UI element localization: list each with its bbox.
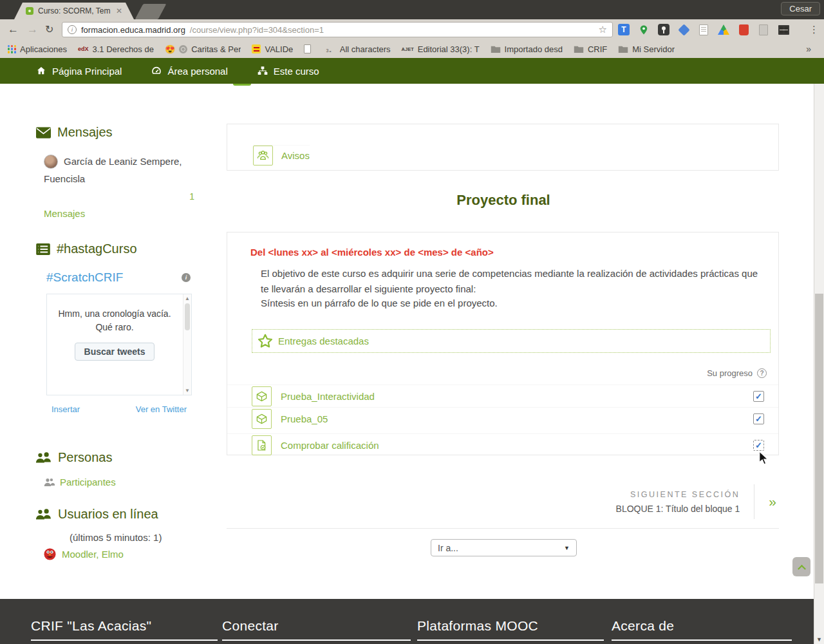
window-profile-name: Cesar	[781, 2, 820, 15]
site-footer: CRIF "Las Acacias" Conectar Plataformas …	[0, 599, 824, 644]
notes-extension-icon[interactable]	[758, 24, 769, 35]
online-user-row[interactable]: Moodler, Elmo	[44, 548, 200, 560]
ajet-favicon-icon: AJET	[402, 46, 414, 52]
bookmark-derechos[interactable]: edX 3.1 Derechos de	[78, 44, 154, 54]
footer-col-acerca: Acerca de	[612, 618, 792, 641]
folder-icon	[618, 45, 628, 53]
label-entregas-destacadas: Entregas destacadas	[252, 329, 771, 353]
unread-count-badge: 1	[36, 191, 200, 202]
completion-checkbox-checked[interactable]: ✓	[753, 391, 764, 402]
blue-diamond-extension-icon[interactable]	[678, 24, 689, 35]
browser-tab[interactable]: Curso: SCORM, Tem ✕	[14, 3, 134, 19]
participants-link[interactable]: Participantes	[60, 477, 116, 488]
scorm-icon-box	[252, 409, 272, 429]
select-caret-icon: ▼	[564, 545, 570, 551]
bookmark-editorial[interactable]: AJET Editorial 33(3): T	[402, 44, 480, 54]
twitter-hashtag-link[interactable]: #ScratchCRIF	[46, 270, 123, 285]
embed-link[interactable]: Insertar	[52, 404, 80, 414]
avisos-group-icon	[256, 150, 270, 161]
page-favicon-icon	[304, 44, 311, 53]
user-avatar	[44, 548, 56, 560]
activity-link[interactable]: Prueba_Interactividad	[281, 391, 375, 402]
summary-paragraph-2: Síntesis en un párrafo de lo que se pide…	[261, 298, 760, 308]
course-main: Laboratorio Avisos Proyecto final Del <l…	[227, 84, 780, 599]
activity-avisos[interactable]: Avisos	[253, 145, 310, 166]
url-path: /course/view.php?id=304&section=1	[190, 25, 324, 35]
contact-avatar	[44, 155, 58, 169]
bookmark-folder-crif[interactable]: CRIF	[574, 44, 607, 54]
bookmarks-overflow-icon[interactable]: »	[806, 44, 816, 54]
info-icon[interactable]: i	[182, 273, 191, 282]
online-users-subtitle: (últimos 5 minutos: 1)	[36, 532, 200, 543]
next-section-nav[interactable]: SIGUIENTE SECCIÓN BLOQUE 1: Título del b…	[616, 484, 776, 519]
view-on-twitter-link[interactable]: Ver en Twitter	[136, 404, 187, 414]
messages-link[interactable]: Mensajes	[44, 208, 85, 219]
home-icon	[36, 66, 46, 76]
progress-header: Su progreso ?	[707, 368, 767, 378]
activity-link[interactable]: Prueba_05	[281, 413, 328, 424]
page-info-icon[interactable]: i	[68, 25, 77, 34]
forward-button[interactable]: →	[27, 23, 38, 37]
search-tweets-button[interactable]: Buscar tweets	[75, 343, 155, 361]
browser-menu-icon[interactable]: ⋮	[809, 24, 819, 35]
new-tab-button[interactable]	[135, 4, 167, 19]
pocket-extension-icon[interactable]	[738, 24, 749, 35]
browser-toolbar: ← → ↻ i formacion.educa.madrid.org/cours…	[0, 19, 824, 40]
dashboard-icon	[151, 66, 162, 76]
messages-block-heading: Mensajes	[36, 125, 200, 140]
twitter-timeline-widget: Hmm, una cronología vacía. Qué raro. Bus…	[46, 294, 192, 395]
back-button[interactable]: ←	[8, 23, 19, 37]
address-bar[interactable]: i formacion.educa.madrid.org/course/view…	[62, 22, 613, 37]
message-contact[interactable]: García de Leaniz Sempere, Fuencisla	[44, 153, 200, 187]
film-grid-extension-icon[interactable]	[778, 24, 789, 35]
map-pin-extension-icon[interactable]	[638, 24, 650, 35]
bookmark-star-icon[interactable]: ☆	[599, 24, 607, 35]
nav-area-personal[interactable]: Área personal	[151, 66, 227, 77]
envelope-icon	[36, 127, 51, 138]
bookmark-folder-importado[interactable]: Importado desd	[491, 44, 563, 54]
completion-checkbox-checked[interactable]: ✓	[753, 413, 764, 424]
bookmark-apps[interactable]: Aplicaciones	[8, 44, 67, 54]
avisos-link[interactable]: Avisos	[281, 150, 310, 161]
page-scrollbar[interactable]: ▲ ▼	[814, 58, 824, 644]
tab-title: Curso: SCORM, Tem	[38, 6, 111, 15]
subscript-glyph-icon: ₃。	[326, 44, 335, 54]
activity-link[interactable]: Comprobar calificación	[281, 440, 379, 451]
grey-emoji-icon	[179, 45, 187, 53]
participants-row[interactable]: Participantes	[44, 477, 200, 488]
folder-icon	[574, 45, 584, 53]
online-user-link[interactable]: Moodler, Elmo	[62, 549, 124, 560]
page-extension-icon[interactable]	[698, 24, 709, 35]
scrollbar-down-icon[interactable]: ▼	[814, 636, 824, 643]
scrollbar-thumb[interactable]	[815, 294, 823, 583]
heart-eyes-emoji-icon: 😍	[165, 45, 175, 53]
widget-scrollbar[interactable]: ▲ ▼	[183, 294, 191, 395]
site-navbar: Página Principal Área personal Este curs…	[0, 58, 824, 84]
google-drive-extension-icon[interactable]	[718, 24, 729, 35]
doc-icon-box	[252, 435, 272, 455]
list-icon	[36, 243, 50, 255]
scroll-down-icon[interactable]: ▼	[183, 388, 191, 393]
activity-row-comprobar-calificacion: Comprobar calificación ✓	[227, 433, 778, 456]
bookmark-folder-mi-servidor[interactable]: Mi Servidor	[618, 44, 675, 54]
tab-close-icon[interactable]: ✕	[116, 6, 122, 15]
back-to-top-button[interactable]	[792, 557, 810, 576]
bookmark-page-only[interactable]	[304, 44, 315, 53]
password-manager-extension-icon[interactable]	[658, 24, 670, 35]
help-icon[interactable]: ?	[757, 368, 767, 378]
translate-extension-icon[interactable]: T	[618, 24, 630, 35]
scroll-up-icon[interactable]: ▲	[183, 296, 191, 301]
bookmark-all-characters[interactable]: ₃。 All characters	[326, 44, 390, 54]
jump-to-select[interactable]: Ir a... ▼	[431, 539, 577, 556]
reload-button[interactable]: ↻	[45, 23, 53, 37]
bookmark-caritas[interactable]: 😍 Caritas & Per	[165, 44, 241, 54]
nav-pagina-principal[interactable]: Página Principal	[36, 66, 122, 77]
url-host: formacion.educa.madrid.org	[81, 25, 185, 35]
horizontal-rule	[227, 528, 779, 529]
completion-checkbox-auto: ✓	[753, 440, 764, 451]
footer-col-crif: CRIF "Las Acacias"	[31, 618, 218, 641]
bookmark-valide[interactable]: VALIDe	[252, 44, 293, 54]
nav-este-curso[interactable]: Este curso	[258, 66, 319, 77]
double-chevron-right-icon[interactable]: »	[769, 494, 776, 509]
widget-scrollbar-thumb[interactable]	[185, 303, 190, 330]
